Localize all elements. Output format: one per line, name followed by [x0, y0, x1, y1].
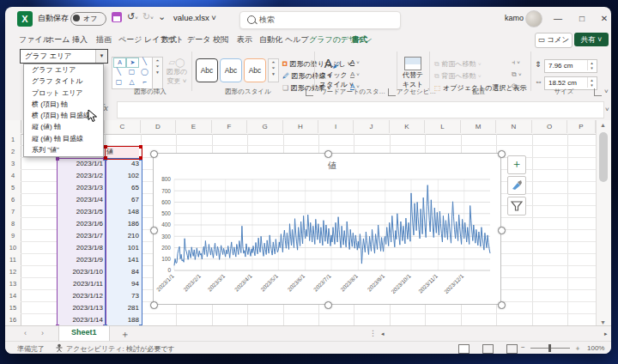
cell-B6-date[interactable]: 2023/1/4	[58, 194, 106, 206]
shape-triangle-icon[interactable]: △	[126, 78, 137, 87]
cell-C13-value[interactable]: 94	[106, 278, 142, 290]
text-outline-button[interactable]: A ˅	[350, 70, 360, 78]
row-header-12[interactable]: 12	[5, 266, 21, 279]
cell-B14-date[interactable]: 2023/1/12	[58, 290, 106, 302]
cell-B4-date[interactable]: 2023/1/2	[58, 170, 106, 182]
row-header-6[interactable]: 6	[5, 194, 21, 207]
chart-handle-w[interactable]	[150, 227, 158, 234]
page-break-view-icon[interactable]	[506, 344, 518, 354]
zoom-slider-thumb[interactable]	[548, 344, 551, 352]
dropdown-item-7[interactable]: 系列 "値"	[24, 144, 103, 155]
shape-textbox-icon[interactable]: A	[113, 58, 126, 68]
cell-B8-date[interactable]: 2023/1/6	[58, 218, 106, 230]
vertical-scroll-thumb[interactable]	[599, 132, 608, 182]
sheet-nav-next-icon[interactable]: ›	[41, 329, 44, 337]
width-stepper[interactable]: ▴▾	[587, 77, 596, 88]
chart-handle-nw[interactable]	[150, 150, 158, 158]
alt-text-button[interactable]: 代替テ キスト	[401, 57, 425, 89]
vertical-scrollbar[interactable]: ▲ ▼	[596, 120, 611, 332]
undo-icon[interactable]: ↺˅	[127, 11, 138, 22]
cell-B12-date[interactable]: 2023/1/10	[58, 266, 106, 278]
row-header-1[interactable]: 1	[5, 134, 21, 147]
cell-C7-value[interactable]: 148	[106, 206, 142, 218]
save-icon[interactable]	[112, 12, 122, 22]
dropdown-item-0[interactable]: グラフ エリア	[24, 64, 103, 76]
row-header-2[interactable]: 2	[5, 146, 21, 159]
row-header-5[interactable]: 5	[5, 182, 21, 195]
row-header-3[interactable]: 3	[5, 158, 21, 171]
document-title[interactable]: value.xlsx ˅	[173, 13, 216, 22]
shape-style-preset-2[interactable]: Abc	[220, 58, 242, 82]
page-layout-view-icon[interactable]	[482, 344, 494, 354]
autosave-toggle[interactable]: オフ	[70, 12, 106, 26]
cell-C2-value-header[interactable]: 値	[106, 146, 139, 158]
chevron-down-icon[interactable]: ▼	[95, 50, 107, 63]
shape-oval-icon[interactable]: ◯	[139, 68, 150, 76]
cell-B13-date[interactable]: 2023/1/11	[58, 278, 106, 290]
height-stepper[interactable]: ▴▾	[587, 60, 596, 70]
shape-style-preset-1[interactable]: Abc	[196, 58, 218, 82]
zoom-out-icon[interactable]: −	[521, 343, 525, 351]
wordart-dialog-launcher[interactable]	[388, 88, 396, 96]
chart-elements-button[interactable]: ＋	[507, 155, 526, 174]
formula-bar-expand-icon[interactable]: ˅	[605, 106, 609, 113]
ribbon-tab-6[interactable]: データ	[185, 33, 212, 48]
ribbon-tab-9[interactable]: 自動化	[258, 33, 284, 48]
cell-C11-value[interactable]: 141	[106, 254, 142, 266]
zoom-in-icon[interactable]: ＋	[574, 343, 581, 353]
cell-C10-value[interactable]: 101	[106, 242, 142, 254]
row-header-15[interactable]: 15	[5, 302, 21, 315]
shape-style-scroll[interactable]: ⏶⏷▼	[268, 58, 279, 82]
ribbon-tab-5[interactable]: 数式	[160, 33, 179, 48]
cell-B7-date[interactable]: 2023/1/5	[58, 206, 106, 218]
cell-C16-value[interactable]: 188	[106, 314, 142, 326]
cell-B15-date[interactable]: 2023/1/13	[58, 302, 106, 314]
row-header-9[interactable]: 9	[5, 230, 21, 243]
cell-C3-value[interactable]: 43	[106, 158, 142, 170]
row-header-7[interactable]: 7	[5, 206, 21, 219]
cell-C4-value[interactable]: 102	[106, 170, 142, 182]
shape-rect-icon[interactable]: ▢	[126, 68, 137, 76]
sheet-nav-prev-icon[interactable]: ‹	[24, 329, 27, 337]
chart-plot[interactable]: 01002003004005006007008002023/1/12023/2/…	[154, 154, 500, 304]
text-fill-button[interactable]: A ˅	[350, 58, 360, 66]
cell-C12-value[interactable]: 84	[106, 266, 142, 278]
shape-square-icon[interactable]: ▢	[113, 78, 124, 87]
chart-handle-ne[interactable]	[498, 150, 506, 158]
ribbon-tab-7[interactable]: 校閲	[211, 33, 230, 48]
chart-styles-button[interactable]	[507, 176, 526, 195]
row-header-11[interactable]: 11	[5, 254, 21, 267]
chart-handle-e[interactable]	[498, 227, 506, 234]
close-button[interactable]: ✕	[596, 10, 611, 27]
cell-B16-date[interactable]: 2023/1/14	[58, 314, 106, 326]
ribbon-tab-2[interactable]: 挿入	[70, 33, 89, 48]
shape-height-input[interactable]: 7.96 cm ▴▾	[544, 59, 597, 73]
cell-B11-date[interactable]: 2023/1/9	[58, 254, 106, 266]
cell-B10-date[interactable]: 2023/1/8	[58, 242, 106, 254]
shape-gallery[interactable]: A ➤ ╲ ╲ ▢ ◯ ▢ △ ⌐	[112, 57, 153, 89]
chart-area[interactable]: 01002003004005006007008002023/1/12023/2/…	[153, 153, 501, 305]
shape-gallery-scroll[interactable]: ⏶⏷▼	[152, 57, 163, 89]
chart-filters-button[interactable]	[507, 197, 526, 215]
new-sheet-button[interactable]: ＋	[120, 328, 130, 341]
search-input[interactable]: 検索	[239, 11, 401, 29]
chart-element-selector[interactable]: グラフ エリア ▼	[20, 49, 108, 64]
ribbon-tab-3[interactable]: 描画	[94, 33, 113, 48]
chart-handle-sw[interactable]	[150, 301, 158, 309]
chart-handle-se[interactable]	[498, 301, 506, 309]
zoom-level[interactable]: 100%	[587, 344, 604, 352]
size-dialog-launcher[interactable]	[594, 88, 602, 96]
row-header-4[interactable]: 4	[5, 170, 21, 183]
ribbon-tab-10[interactable]: ヘルプ	[283, 33, 311, 48]
ribbon-tab-1[interactable]: ホーム	[45, 33, 71, 48]
collapse-ribbon-icon[interactable]: ˅	[604, 88, 609, 95]
cell-C8-value[interactable]: 186	[106, 218, 142, 230]
accessibility-status[interactable]: アクセシビリティ: 検討が必要です	[66, 344, 175, 354]
hscroll-right-icon[interactable]: ▸	[604, 331, 608, 337]
normal-view-icon[interactable]	[458, 344, 470, 354]
row-header-13[interactable]: 13	[5, 278, 21, 291]
dropdown-item-1[interactable]: グラフ タイトル	[24, 76, 103, 87]
cell-B5-date[interactable]: 2023/1/3	[58, 182, 106, 194]
minimize-button[interactable]: —	[549, 10, 566, 27]
hscroll-left-icon[interactable]: ◂	[381, 331, 385, 337]
